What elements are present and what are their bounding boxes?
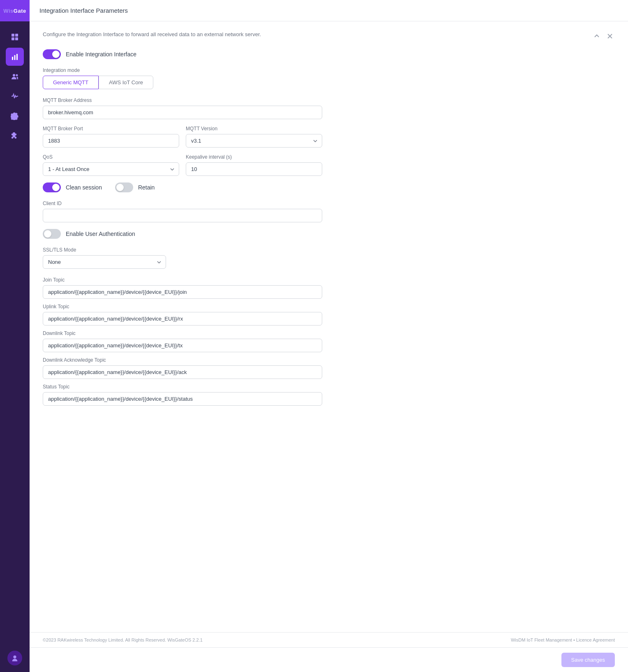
user-auth-label: Enable User Authentication xyxy=(66,231,135,237)
mqtt-version-label: MQTT Version xyxy=(186,126,322,132)
downlink-ack-topic-group: Downlink Acknowledge Topic xyxy=(43,357,322,379)
puzzle-icon xyxy=(11,132,19,140)
toggle-slider-retain xyxy=(115,182,133,192)
client-id-input[interactable] xyxy=(43,209,322,222)
svg-rect-6 xyxy=(16,54,18,60)
sidebar-item-data[interactable] xyxy=(6,48,24,66)
topics-section: Join Topic Uplink Topic Downlink Topic xyxy=(43,277,322,406)
svg-rect-1 xyxy=(15,34,18,37)
svg-point-7 xyxy=(13,74,15,76)
qos-label: QoS xyxy=(43,154,179,160)
integration-mode-group: Integration mode Generic MQTT AWS IoT Co… xyxy=(43,67,322,89)
top-bar: Integration Interface Parameters xyxy=(30,0,628,21)
enable-integration-toggle[interactable] xyxy=(43,49,61,59)
settings-icon xyxy=(11,112,19,120)
page-title: Integration Interface Parameters xyxy=(39,7,128,14)
mqtt-broker-address-label: MQTT Broker Address xyxy=(43,97,322,103)
mqtt-broker-address-group: MQTT Broker Address xyxy=(43,97,322,119)
svg-rect-5 xyxy=(14,55,16,60)
downlink-ack-topic-input[interactable] xyxy=(43,365,322,379)
bar-chart-icon xyxy=(11,53,19,61)
panel-description: Configure the Integration Interface to f… xyxy=(43,31,289,37)
uplink-topic-label: Uplink Topic xyxy=(43,304,322,309)
sidebar: WisGate xyxy=(0,0,30,672)
downlink-ack-topic-label: Downlink Acknowledge Topic xyxy=(43,357,322,363)
activity-icon xyxy=(11,92,19,100)
footer-bar: ©2023 RAKwireless Technology Limited. Al… xyxy=(30,632,628,647)
collapse-button[interactable] xyxy=(592,31,602,41)
retain-toggle[interactable] xyxy=(115,182,133,192)
ssl-tls-label: SSL/TLS Mode xyxy=(43,247,322,253)
session-retain-row: Clean session Retain xyxy=(43,182,322,192)
uplink-topic-input[interactable] xyxy=(43,312,322,326)
retain-row: Retain xyxy=(115,182,155,192)
close-button[interactable] xyxy=(605,31,615,41)
join-topic-group: Join Topic xyxy=(43,277,322,299)
sidebar-item-activity[interactable] xyxy=(6,87,24,105)
footer-copyright: ©2023 RAKwireless Technology Limited. Al… xyxy=(43,637,203,642)
downlink-topic-input[interactable] xyxy=(43,339,322,352)
main-wrapper: Integration Interface Parameters Configu… xyxy=(30,0,628,672)
panel-actions xyxy=(592,31,615,41)
user-avatar[interactable] xyxy=(7,651,22,665)
users-icon xyxy=(11,72,19,81)
downlink-topic-label: Downlink Topic xyxy=(43,330,322,336)
svg-point-8 xyxy=(16,74,18,76)
enable-integration-row: Enable Integration Interface xyxy=(43,49,322,59)
toggle-slider-user-auth xyxy=(43,229,61,239)
retain-label: Retain xyxy=(138,184,155,191)
footer-links: WisDM IoT Fleet Management • Licence Agr… xyxy=(511,637,615,642)
grid-icon xyxy=(11,33,19,41)
client-id-label: Client ID xyxy=(43,201,322,206)
mode-buttons: Generic MQTT AWS IoT Core xyxy=(43,76,322,89)
toggle-slider-clean-session xyxy=(43,182,61,192)
status-topic-input[interactable] xyxy=(43,392,322,406)
form-inner: Enable Integration Interface Integration… xyxy=(43,49,322,406)
clean-session-label: Clean session xyxy=(66,184,102,191)
svg-point-9 xyxy=(13,656,16,658)
mode-aws-iot-button[interactable]: AWS IoT Core xyxy=(99,76,153,89)
user-auth-toggle[interactable] xyxy=(43,229,61,239)
ssl-tls-select[interactable]: None CA signed server certificate Self-s… xyxy=(43,255,166,269)
mqtt-broker-address-input[interactable] xyxy=(43,106,322,119)
join-topic-label: Join Topic xyxy=(43,277,322,283)
downlink-topic-group: Downlink Topic xyxy=(43,330,322,352)
mqtt-broker-port-label: MQTT Broker Port xyxy=(43,126,179,132)
svg-rect-2 xyxy=(12,37,14,40)
sidebar-item-dashboard[interactable] xyxy=(6,28,24,46)
qos-select[interactable]: 0 - At Most Once 1 - At Least Once 2 - E… xyxy=(43,162,179,176)
svg-rect-3 xyxy=(15,37,18,40)
sidebar-bottom xyxy=(7,644,22,672)
clean-session-row: Clean session xyxy=(43,182,102,192)
status-topic-group: Status Topic xyxy=(43,384,322,406)
logo-gate: Gate xyxy=(14,8,26,14)
logo-wis: Wis xyxy=(3,8,14,14)
sidebar-item-extensions[interactable] xyxy=(6,127,24,145)
sidebar-item-users[interactable] xyxy=(6,67,24,85)
clean-session-toggle[interactable] xyxy=(43,182,61,192)
uplink-topic-group: Uplink Topic xyxy=(43,304,322,326)
qos-keepalive-row: QoS 0 - At Most Once 1 - At Least Once 2… xyxy=(43,154,322,176)
sidebar-nav xyxy=(6,21,24,644)
mode-generic-mqtt-button[interactable]: Generic MQTT xyxy=(43,76,99,89)
svg-rect-0 xyxy=(12,34,14,37)
close-icon xyxy=(607,33,613,39)
sidebar-item-settings[interactable] xyxy=(6,107,24,125)
chevron-up-icon xyxy=(593,33,600,39)
keepalive-input[interactable] xyxy=(186,162,322,176)
mqtt-version-group: MQTT Version v3.1 v3.1.1 v5.0 xyxy=(186,126,322,148)
status-topic-label: Status Topic xyxy=(43,384,322,390)
mqtt-version-select[interactable]: v3.1 v3.1.1 v5.0 xyxy=(186,134,322,148)
keepalive-label: Keepalive interval (s) xyxy=(186,154,322,160)
panel-header: Configure the Integration Interface to f… xyxy=(43,31,615,41)
join-topic-input[interactable] xyxy=(43,285,322,299)
keepalive-group: Keepalive interval (s) xyxy=(186,154,322,176)
save-changes-button[interactable]: Save changes xyxy=(561,653,615,667)
svg-rect-4 xyxy=(12,57,13,60)
mqtt-broker-port-input[interactable] xyxy=(43,134,179,148)
bottom-action-bar: Save changes xyxy=(30,647,628,672)
toggle-slider-integration xyxy=(43,49,61,59)
ssl-tls-group: SSL/TLS Mode None CA signed server certi… xyxy=(43,247,322,269)
form-panel: Configure the Integration Interface to f… xyxy=(30,21,628,420)
mqtt-broker-port-group: MQTT Broker Port xyxy=(43,126,179,148)
